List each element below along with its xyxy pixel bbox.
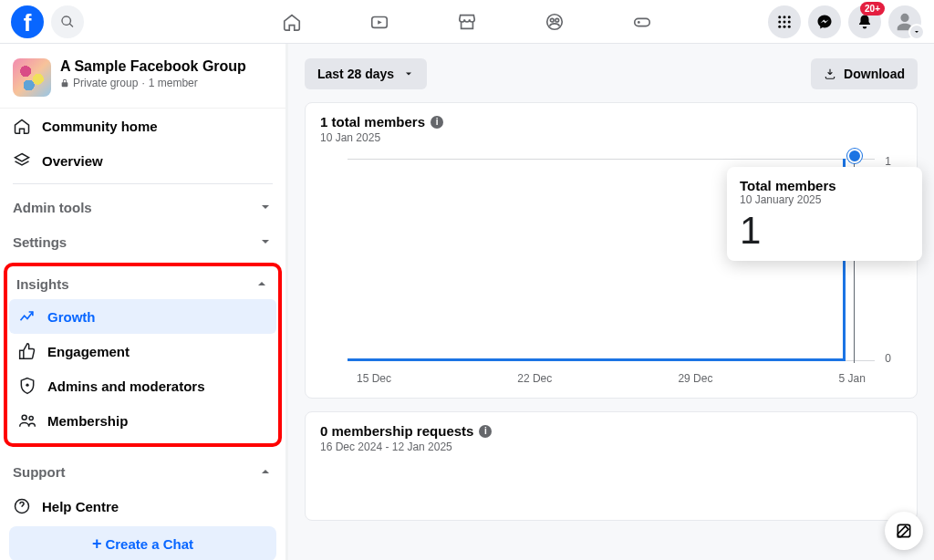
nav-video[interactable] [367, 9, 392, 35]
chart-tooltip: Total members 10 January 2025 1 [727, 167, 922, 261]
topbar-right: 20+ [768, 5, 921, 38]
svg-point-14 [26, 384, 28, 387]
chart-x-tick: 29 Dec [678, 372, 712, 385]
home-icon [13, 117, 31, 135]
chevron-up-icon [254, 276, 269, 291]
bell-icon [856, 14, 873, 30]
chevron-down-icon [258, 200, 273, 214]
card-membership-requests: 0 membership requests i 16 Dec 2024 - 12… [305, 411, 918, 521]
svg-rect-4 [635, 18, 650, 26]
chart-x-tick: 5 Jan [839, 372, 866, 385]
compose-icon [895, 522, 913, 540]
create-chat-label: Create a Chat [105, 536, 193, 552]
svg-point-15 [22, 415, 26, 420]
sidebar-item-help-centre[interactable]: Help Centre [0, 489, 285, 524]
gaming-icon [632, 12, 652, 32]
chevron-down-icon [258, 234, 273, 249]
sidebar-section-insights[interactable]: Insights [7, 268, 278, 299]
sidebar-item-label: Community home [42, 119, 158, 134]
sidebar-item-admins-moderators[interactable]: Admins and moderators [9, 368, 276, 403]
sidebar-item-label: Growth [47, 309, 96, 325]
search-icon [60, 15, 75, 29]
people-icon [18, 411, 36, 430]
card-title: 0 membership requests i [320, 423, 902, 439]
svg-point-10 [788, 20, 791, 23]
messenger-button[interactable] [808, 5, 841, 38]
download-button[interactable]: Download [811, 58, 918, 89]
svg-point-5 [778, 16, 781, 18]
facebook-logo[interactable]: f [11, 5, 44, 38]
sidebar-item-overview[interactable]: Overview [0, 143, 285, 178]
info-icon[interactable]: i [431, 116, 443, 129]
nav-groups[interactable] [542, 9, 567, 35]
toolbar: Last 28 days Download [305, 58, 918, 89]
chevron-down-icon [913, 28, 920, 36]
chart-series-line [348, 358, 843, 361]
svg-point-16 [29, 416, 33, 420]
chart-x-axis: 15 Dec 22 Dec 29 Dec 5 Jan [348, 372, 875, 385]
sidebar-item-label: Help Centre [42, 499, 119, 514]
marketplace-icon [457, 12, 477, 32]
svg-point-13 [788, 25, 791, 27]
messenger-icon [816, 14, 833, 30]
group-header[interactable]: A Sample Facebook Group Private group·1 … [0, 44, 285, 109]
help-icon [13, 497, 31, 515]
sidebar-section-settings[interactable]: Settings [0, 224, 285, 259]
sidebar-item-label: Admins and moderators [47, 379, 205, 394]
home-icon [282, 12, 302, 32]
tooltip-date: 10 January 2025 [740, 193, 909, 206]
svg-point-3 [555, 18, 559, 22]
thumbs-up-icon [18, 342, 36, 360]
topbar: f 20+ [0, 0, 934, 44]
svg-rect-18 [898, 524, 909, 536]
sidebar-section-label: Admin tools [13, 200, 92, 215]
search-button[interactable] [51, 5, 84, 38]
svg-point-6 [784, 16, 786, 18]
sidebar: A Sample Facebook Group Private group·1 … [0, 44, 288, 560]
date-range-selector[interactable]: Last 28 days [305, 58, 427, 89]
chart-y-tick: 1 [885, 155, 891, 168]
notification-count-badge: 20+ [860, 2, 885, 16]
sidebar-item-label: Overview [42, 153, 103, 169]
chart-x-tick: 15 Dec [357, 372, 391, 385]
svg-point-8 [778, 20, 781, 23]
download-icon [824, 67, 836, 80]
sidebar-item-membership[interactable]: Membership [9, 403, 276, 438]
info-icon[interactable]: i [479, 425, 492, 438]
sidebar-item-growth[interactable]: Growth [9, 299, 276, 334]
chevron-up-icon [258, 464, 273, 479]
sidebar-item-engagement[interactable]: Engagement [9, 334, 276, 368]
sidebar-section-insights-highlighted: Insights Growth Engagement Admins and mo… [4, 263, 282, 447]
svg-point-11 [778, 25, 781, 27]
sidebar-section-admin-tools[interactable]: Admin tools [0, 190, 285, 224]
sidebar-section-label: Insights [16, 276, 69, 292]
chart-data-point [847, 149, 862, 163]
notifications-button[interactable]: 20+ [848, 5, 881, 38]
sidebar-separator [13, 183, 273, 184]
svg-point-2 [550, 18, 554, 22]
sidebar-item-label: Membership [47, 413, 128, 429]
topbar-left: f [11, 5, 84, 38]
sidebar-section-support[interactable]: Support [0, 454, 285, 489]
nav-marketplace[interactable] [454, 9, 480, 35]
group-subtitle: Private group·1 member [60, 77, 246, 89]
create-chat-button[interactable]: + Create a Chat [9, 526, 276, 560]
menu-button[interactable] [768, 5, 801, 38]
caret-down-icon [403, 68, 414, 79]
nav-gaming[interactable] [629, 9, 655, 35]
nav-home[interactable] [279, 9, 305, 35]
compose-fab[interactable] [885, 512, 923, 550]
sidebar-item-label: Engagement [47, 344, 130, 359]
card-total-members: 1 total members i 10 Jan 2025 1 0 15 Dec… [305, 102, 918, 399]
shield-icon [18, 377, 36, 395]
group-avatar [13, 58, 51, 97]
account-button[interactable] [888, 5, 921, 38]
sidebar-section-label: Support [13, 464, 66, 480]
sidebar-section-label: Settings [13, 234, 67, 250]
svg-point-1 [547, 14, 563, 29]
sidebar-item-community-home[interactable]: Community home [0, 109, 285, 143]
date-range-label: Last 28 days [317, 67, 394, 81]
card-subtitle: 16 Dec 2024 - 12 Jan 2025 [320, 441, 902, 453]
chart-x-tick: 22 Dec [517, 372, 552, 385]
menu-grid-icon [776, 14, 793, 30]
